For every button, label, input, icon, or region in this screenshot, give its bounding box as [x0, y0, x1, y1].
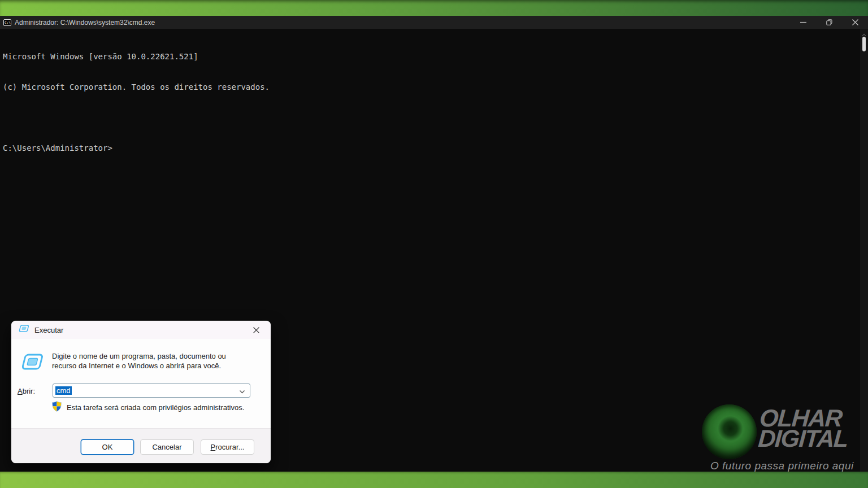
run-description: Digite o nome de um programa, pasta, doc… — [52, 351, 245, 371]
scrollbar[interactable] — [860, 29, 868, 472]
screenshot-root: C:\ Administrador: C:\Windows\system32\c… — [0, 0, 868, 488]
scrollbar-up-icon[interactable] — [861, 30, 867, 36]
window-controls — [790, 16, 868, 29]
run-icon-large — [20, 354, 44, 375]
bottom-green-bar — [0, 472, 868, 488]
run-dialog-footer: OK Cancelar Procurar... — [11, 428, 271, 463]
browse-button[interactable]: Procurar... — [201, 439, 254, 455]
cmd-icon: C:\ — [3, 19, 11, 26]
run-command-input[interactable]: cmd — [53, 384, 250, 398]
terminal-line: (c) Microsoft Corporation. Todos os dire… — [3, 82, 270, 92]
chevron-down-icon[interactable] — [238, 387, 246, 398]
open-label: Abrir: — [18, 387, 35, 395]
restore-button[interactable] — [816, 16, 842, 29]
run-dialog: Executar Digite o nome de um programa, p… — [11, 321, 271, 463]
run-dialog-titlebar[interactable]: Executar — [11, 321, 271, 339]
top-green-bar — [0, 0, 868, 16]
dialog-title: Executar — [34, 326, 63, 334]
terminal-prompt-line: C:\Users\Administrator> — [3, 143, 270, 153]
minimize-button[interactable] — [790, 16, 816, 29]
terminal-line — [3, 112, 270, 123]
uac-row: Esta tarefa será criada com privilégios … — [52, 401, 244, 414]
cmd-titlebar[interactable]: C:\ Administrador: C:\Windows\system32\c… — [0, 16, 868, 29]
dialog-close-button[interactable] — [246, 323, 266, 337]
terminal-line: Microsoft Windows [versão 10.0.22621.521… — [3, 51, 270, 62]
olhar-digital-eye-logo — [702, 404, 757, 459]
uac-shield-icon — [52, 401, 62, 414]
eye-pupil — [719, 417, 742, 441]
cancel-button[interactable]: Cancelar — [140, 439, 194, 455]
run-dialog-body: Digite o nome de um programa, pasta, doc… — [11, 339, 271, 428]
input-selected-text: cmd — [55, 386, 72, 395]
uac-text: Esta tarefa será criada com privilégios … — [67, 403, 244, 412]
brand-line2: DIGITAL — [757, 428, 861, 448]
ok-button[interactable]: OK — [81, 439, 134, 455]
window-title: Administrador: C:\Windows\system32\cmd.e… — [15, 19, 155, 27]
close-button[interactable] — [842, 16, 868, 29]
scrollbar-thumb[interactable] — [862, 37, 866, 51]
brand-tagline: O futuro passa primeiro aqui — [710, 460, 854, 472]
run-icon — [19, 325, 29, 335]
brand-wordmark: OLHAR DIGITAL — [757, 408, 862, 448]
terminal-output: Microsoft Windows [versão 10.0.22621.521… — [3, 31, 270, 173]
